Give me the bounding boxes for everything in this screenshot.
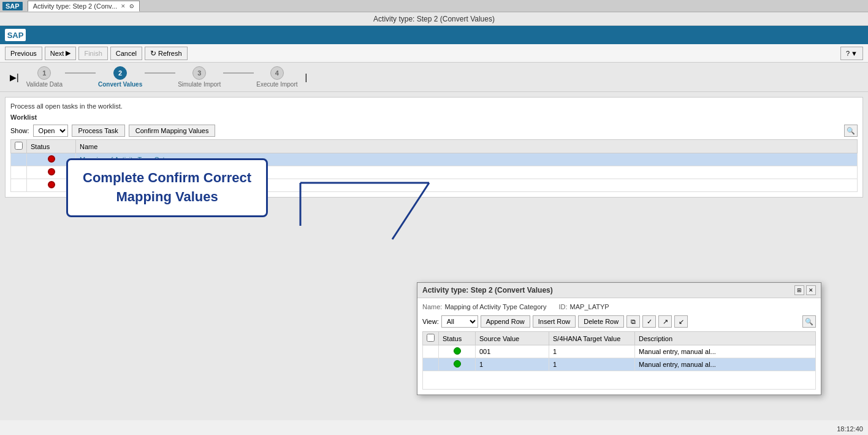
tab-item[interactable]: Activity type: Step 2 (Conv... ✕ ⊙ (28, 1, 140, 12)
wizard-steps: ▶| 1 Validate Data 2 Convert Values 3 Si… (0, 63, 868, 92)
step-2[interactable]: 2 Convert Values (98, 66, 142, 88)
next-button[interactable]: Next ▶ (45, 47, 77, 60)
dialog-id-label: ID: (559, 303, 568, 310)
dialog-col-checkbox (423, 332, 439, 345)
dropdown-icon: ▼ (851, 50, 858, 57)
dialog-close-button[interactable]: ✕ (806, 285, 816, 295)
dialog-col-target: S/4HANA Target Value (549, 332, 635, 345)
tab-close-icon[interactable]: ✕ (121, 3, 126, 9)
wizard-end-arrow: | (305, 72, 308, 82)
show-select[interactable]: Open (33, 125, 68, 137)
status-red-icon (48, 155, 55, 163)
view-label: View: (422, 318, 439, 325)
confirm-mapping-button[interactable]: Confirm Mapping Values (129, 125, 216, 137)
main-content: Process all open tasks in the worklist. … (0, 92, 868, 420)
sap-logo: SAP (2, 2, 23, 10)
dialog-name-field: Name: Mapping of Activity Type Category (422, 303, 547, 310)
sap-header: SAP (0, 26, 868, 44)
dialog: Activity type: Step 2 (Convert Values) ⊞… (417, 282, 821, 395)
step-1-number: 1 (37, 66, 51, 80)
refresh-icon: ↻ (150, 49, 156, 58)
dialog-name-value: Mapping of Activity Type Category (444, 303, 546, 310)
dialog-table: Status Source Value S/4HANA Target Value… (422, 331, 816, 390)
process-task-button[interactable]: Process Task (72, 125, 125, 137)
annotation-callout: Complete Confirm CorrectMapping Values (66, 158, 268, 217)
cancel-button[interactable]: Cancel (110, 47, 142, 60)
dialog-search-button[interactable]: 🔍 (802, 315, 816, 328)
dialog-name-label: Name: (422, 303, 442, 310)
main-toolbar: Previous Next ▶ Finish Cancel ↻ Refresh … (0, 44, 868, 63)
finish-button[interactable]: Finish (78, 47, 107, 60)
step-1-label: Validate Data (26, 81, 63, 88)
check-icon-button[interactable]: ✓ (642, 315, 656, 328)
export-icon: ↗ (663, 318, 668, 326)
import-icon: ↙ (679, 318, 684, 326)
step-2-label: Convert Values (98, 81, 142, 88)
step-3[interactable]: 3 Simulate Import (178, 66, 221, 88)
step-3-number: 3 (192, 66, 206, 80)
dialog-restore-button[interactable]: ⊞ (794, 285, 804, 295)
import-icon-button[interactable]: ↙ (674, 315, 688, 328)
dialog-titlebar: Activity type: Step 2 (Convert Values) ⊞… (417, 283, 821, 298)
status-red-icon (48, 168, 55, 175)
status-red-icon (48, 181, 55, 188)
view-select[interactable]: All (441, 315, 478, 328)
dialog-select-all[interactable] (427, 334, 435, 342)
dialog-search-icon: 🔍 (805, 318, 813, 326)
step-connector-1 (65, 72, 96, 74)
step-connector-3 (223, 72, 254, 74)
dialog-title: Activity type: Step 2 (Convert Values) (422, 286, 553, 294)
filter-bar: Show: Open Process Task Confirm Mapping … (10, 125, 858, 137)
dialog-col-desc: Description (635, 332, 816, 345)
process-description: Process all open tasks in the worklist. (10, 102, 858, 110)
dialog-status-green-1 (454, 347, 461, 355)
check-icon: ✓ (647, 318, 652, 326)
tab-title: Activity type: Step 2 (Conv... (33, 2, 117, 10)
insert-row-button[interactable]: Insert Row (533, 315, 576, 328)
copy-icon: ⧉ (631, 318, 636, 326)
dialog-empty-row (423, 371, 816, 390)
dialog-body: Name: Mapping of Activity Type Category … (417, 298, 821, 395)
step-connector-2 (145, 72, 175, 74)
dialog-col-status: Status (439, 332, 476, 345)
dialog-window-controls: ⊞ ✕ (794, 285, 816, 295)
refresh-button[interactable]: ↻ Refresh (145, 47, 188, 60)
page-title: Activity type: Step 2 (Convert Values) (373, 15, 495, 23)
show-label: Show: (10, 127, 29, 134)
dialog-toolbar: View: All Append Row Insert Row Delete R… (422, 315, 816, 328)
dialog-id-field: ID: MAP_LATYP (559, 303, 609, 310)
help-button[interactable]: ? ▼ (840, 47, 863, 60)
delete-row-button[interactable]: Delete Row (578, 315, 624, 328)
tab-loading-icon: ⊙ (129, 3, 134, 9)
dialog-table-row[interactable]: 1 1 Manual entry, manual al... (423, 358, 816, 371)
step-3-label: Simulate Import (178, 81, 221, 88)
step-2-number: 2 (113, 66, 127, 80)
step-4-label: Execute Import (256, 81, 297, 88)
dialog-table-row[interactable]: 001 1 Manual entry, manual al... (423, 345, 816, 358)
worklist-label: Worklist (10, 114, 858, 121)
step-1[interactable]: 1 Validate Data (26, 66, 63, 88)
col-name-header: Name (76, 140, 858, 153)
step-4[interactable]: 4 Execute Import (256, 66, 297, 88)
col-checkbox (11, 140, 27, 153)
wizard-start-arrow: ▶| (10, 72, 19, 82)
col-status-header: Status (27, 140, 76, 153)
page-title-bar: Activity type: Step 2 (Convert Values) (0, 12, 868, 26)
select-all-checkbox[interactable] (15, 142, 23, 150)
table-search-button[interactable]: 🔍 (844, 125, 858, 137)
export-icon-button[interactable]: ↗ (658, 315, 672, 328)
dialog-info-rows: Name: Mapping of Activity Type Category … (422, 303, 816, 310)
sap-brand-logo: SAP (5, 29, 26, 41)
search-icon: 🔍 (847, 127, 855, 135)
append-row-button[interactable]: Append Row (481, 315, 530, 328)
copy-icon-button[interactable]: ⧉ (626, 315, 640, 328)
previous-button[interactable]: Previous (5, 47, 42, 60)
dialog-id-value: MAP_LATYP (570, 303, 609, 310)
step-4-number: 4 (270, 66, 284, 80)
dialog-col-source: Source Value (476, 332, 549, 345)
dialog-status-green-2 (454, 360, 461, 368)
